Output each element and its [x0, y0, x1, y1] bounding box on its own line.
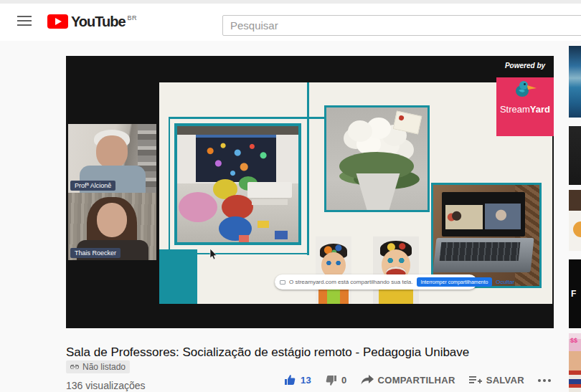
bouquet-wrap: [351, 173, 405, 211]
related-video-thumbnail[interactable]: [569, 126, 581, 185]
white-flowers: [348, 120, 372, 142]
powered-by-label: Powered by: [493, 62, 554, 70]
video-title: Sala de Professores: Socialização de est…: [66, 345, 539, 360]
puppet-eyes: [326, 261, 341, 265]
related-video-thumbnail[interactable]: $$: [569, 333, 581, 392]
puppet-photo-2: [373, 236, 419, 304]
screenshare-slide: [159, 82, 552, 304]
participant-name-label: Profª Alcionê: [70, 181, 115, 191]
mouse-cursor-icon: [209, 249, 218, 260]
share-label: COMPARTILHAR: [378, 375, 455, 386]
floor-tile: [275, 231, 288, 239]
link-icon: [70, 364, 80, 370]
flower-bouquet-photo: [324, 105, 430, 212]
thumb-up-icon: [284, 374, 296, 386]
puppet-eyes: [386, 258, 406, 263]
laptop-keys: [440, 242, 521, 261]
youtube-play-icon: [47, 14, 68, 29]
save-label: SALVAR: [486, 375, 524, 386]
playlist-add-icon: [469, 376, 482, 386]
slide-accent-block: [159, 249, 197, 304]
gift-card: [393, 111, 422, 135]
webcam-feed-guest: Thais Roecker: [68, 193, 156, 260]
guest-face: [97, 203, 127, 237]
spool-table-pink: [179, 192, 217, 222]
menu-icon[interactable]: [17, 16, 32, 26]
stop-sharing-button: Interromper compartilhamento: [417, 277, 493, 287]
participant-name-label: Thais Roecker: [70, 248, 121, 258]
streamyard-logo-box: StreamYard: [496, 77, 554, 136]
screen-share-notification: O streamyard.com está compartilhando sua…: [275, 274, 477, 290]
photo-ceiling: [177, 126, 298, 135]
like-button[interactable]: 13: [284, 374, 311, 386]
like-count: 13: [301, 375, 311, 386]
youtube-wordmark: YouTube: [71, 14, 126, 30]
bench: [252, 199, 288, 205]
share-arrow-icon: [361, 375, 374, 386]
video-player[interactable]: Profª Alcionê Thais Roecker: [66, 56, 554, 328]
region-code: BR: [128, 14, 138, 21]
duck-icon: [513, 79, 537, 100]
view-count: 136 visualizações: [66, 380, 146, 391]
share-message: O streamyard.com está compartilhando sua…: [289, 279, 413, 285]
streamyard-wordmark: StreamYard: [496, 104, 554, 115]
related-video-thumbnail[interactable]: [569, 190, 581, 251]
spool-table-red: [222, 195, 253, 219]
visibility-badge: Não listado: [66, 360, 130, 373]
related-video-thumbnail[interactable]: F: [569, 259, 581, 328]
call-tile-right: [485, 204, 521, 229]
floor-tile: [239, 235, 249, 242]
visibility-badge-label: Não listado: [82, 362, 126, 372]
dislike-count: 0: [341, 375, 347, 386]
thumb-down-icon: [325, 374, 337, 386]
search-input[interactable]: [222, 15, 581, 36]
webcam-feed-host: Profª Alcionê: [68, 124, 156, 193]
action-bar: 13 0 COMPARTILHAR SALVAR: [284, 374, 551, 386]
cast-icon: [280, 280, 285, 285]
floor-tile: [258, 221, 269, 228]
related-video-thumbnail[interactable]: [569, 46, 581, 118]
puppet-photo-1: [316, 236, 351, 304]
laptop-videocall-photo: [431, 183, 542, 288]
youtube-header: YouTube BR: [0, 4, 581, 41]
host-face: [96, 135, 128, 168]
save-button[interactable]: SALVAR: [469, 375, 524, 386]
share-button[interactable]: COMPARTILHAR: [361, 375, 455, 386]
white-table: [247, 182, 292, 198]
more-options-button[interactable]: [538, 379, 551, 382]
classroom-photo: [174, 123, 301, 245]
hide-notification-link: Ocultar: [496, 279, 514, 285]
laptop-screen: [442, 192, 525, 236]
dislike-button[interactable]: 0: [325, 374, 347, 386]
youtube-logo[interactable]: YouTube BR: [47, 13, 137, 30]
more-dots-icon: [538, 379, 551, 382]
call-tile-left: [445, 205, 483, 229]
decorated-blackboard: [196, 138, 276, 182]
